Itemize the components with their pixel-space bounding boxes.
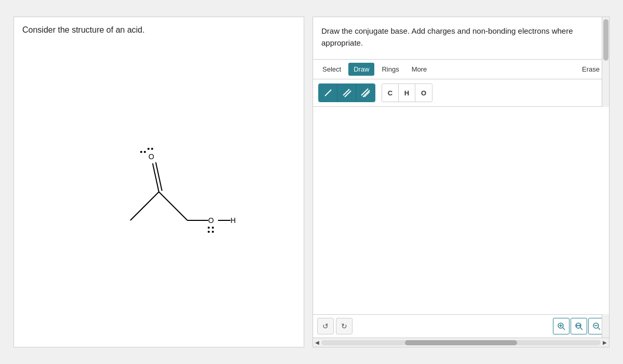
svg-point-4 bbox=[140, 151, 142, 153]
v-scroll-thumb[interactable] bbox=[603, 19, 608, 61]
oxygen-single-label: O bbox=[208, 216, 214, 225]
oxygen-atom-button[interactable]: O bbox=[415, 84, 432, 102]
svg-line-16 bbox=[345, 91, 351, 97]
svg-point-10 bbox=[212, 227, 214, 229]
svg-line-25 bbox=[580, 328, 583, 330]
right-panel-header: Draw the conjugate base. Add charges and… bbox=[313, 17, 609, 59]
zoom-out-icon bbox=[592, 322, 601, 330]
scroll-thumb[interactable] bbox=[405, 340, 517, 345]
molecule-svg: O O H bbox=[76, 96, 242, 262]
svg-line-1 bbox=[159, 192, 187, 220]
drawing-toolbar: Select Draw Rings More Erase bbox=[313, 59, 609, 79]
undo-button[interactable]: ↺ bbox=[317, 318, 334, 334]
svg-point-6 bbox=[147, 148, 150, 150]
scroll-track[interactable] bbox=[321, 340, 601, 345]
drawing-canvas[interactable] bbox=[313, 107, 609, 314]
select-tool-button[interactable]: Select bbox=[317, 63, 346, 76]
scroll-left-arrow[interactable]: ◀ bbox=[315, 340, 319, 345]
erase-tool-button[interactable]: Erase bbox=[577, 63, 605, 76]
history-controls: ↺ ↻ bbox=[317, 318, 353, 334]
draw-tool-button[interactable]: Draw bbox=[348, 63, 374, 76]
bottom-bar: ↺ ↻ bbox=[313, 314, 609, 338]
svg-line-30 bbox=[598, 328, 600, 330]
oxygen-double-label: O bbox=[148, 152, 154, 161]
hydrogen-atom-button[interactable]: H bbox=[399, 84, 415, 102]
svg-point-5 bbox=[144, 151, 146, 153]
carbon-atom-button[interactable]: C bbox=[382, 84, 399, 102]
left-panel: Consider the structure of an acid. O bbox=[13, 17, 304, 347]
hydrogen-label: H bbox=[231, 216, 236, 225]
double-bond-icon bbox=[342, 88, 351, 97]
left-panel-title: Consider the structure of an acid. bbox=[22, 25, 295, 35]
svg-line-3 bbox=[156, 162, 162, 191]
svg-line-21 bbox=[563, 328, 565, 330]
svg-line-18 bbox=[363, 90, 370, 97]
svg-point-7 bbox=[151, 148, 153, 150]
horizontal-scrollbar[interactable]: ◀ ▶ bbox=[313, 338, 609, 347]
svg-line-2 bbox=[153, 163, 159, 192]
more-tool-button[interactable]: More bbox=[407, 63, 432, 76]
svg-line-15 bbox=[343, 89, 349, 95]
zoom-controls bbox=[553, 318, 605, 334]
main-container: Consider the structure of an acid. O bbox=[5, 8, 618, 356]
triple-bond-button[interactable] bbox=[356, 84, 375, 102]
triple-bond-icon bbox=[361, 88, 370, 97]
scroll-right-arrow[interactable]: ▶ bbox=[603, 340, 607, 345]
rings-tool-button[interactable]: Rings bbox=[376, 63, 404, 76]
zoom-in-button[interactable] bbox=[553, 318, 570, 334]
zoom-fit-button[interactable] bbox=[571, 318, 587, 334]
svg-point-12 bbox=[212, 231, 214, 233]
svg-line-0 bbox=[130, 192, 159, 220]
single-bond-icon bbox=[323, 88, 333, 97]
svg-line-14 bbox=[325, 90, 331, 96]
svg-point-11 bbox=[208, 231, 210, 233]
right-panel-title: Draw the conjugate base. Add charges and… bbox=[321, 25, 601, 49]
svg-point-9 bbox=[208, 227, 210, 229]
molecule-display: O O H bbox=[22, 39, 295, 319]
single-bond-button[interactable] bbox=[319, 84, 337, 102]
zoom-in-icon bbox=[557, 322, 565, 330]
atom-group: C H O bbox=[382, 83, 432, 102]
zoom-fit-icon bbox=[575, 322, 583, 330]
bond-group bbox=[318, 83, 375, 102]
double-bond-button[interactable] bbox=[337, 84, 356, 102]
right-panel: Draw the conjugate base. Add charges and… bbox=[313, 17, 610, 347]
redo-button[interactable]: ↻ bbox=[336, 318, 353, 334]
